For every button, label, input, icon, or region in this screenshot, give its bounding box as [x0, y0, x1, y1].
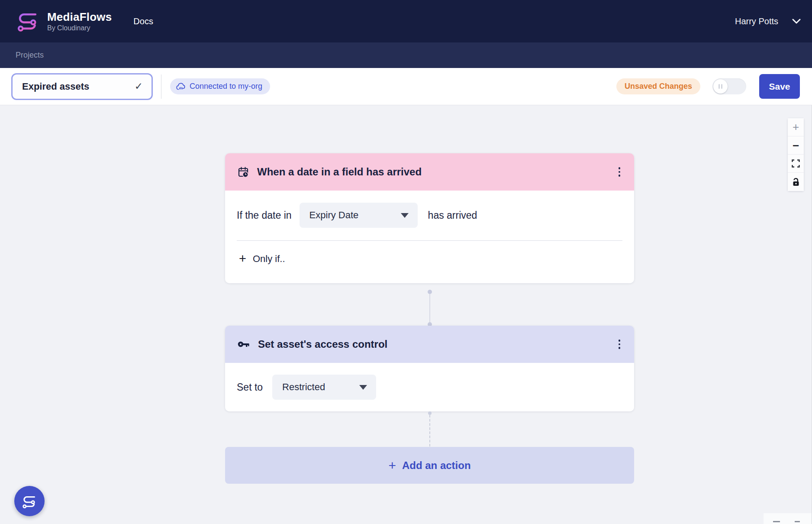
zoom-in-button[interactable]: + [788, 118, 804, 136]
only-if-label: Only if.. [253, 253, 285, 265]
trigger-card-title: When a date in a field has arrived [257, 166, 616, 178]
unsaved-changes-badge: Unsaved Changes [616, 78, 700, 94]
action-card-header[interactable]: Set asset's access control [225, 326, 634, 363]
mediaflows-fab-button[interactable] [14, 486, 45, 516]
condition-suffix-label: has arrived [428, 210, 477, 221]
lock-button[interactable] [788, 173, 804, 191]
action-card[interactable]: Set asset's access control Set to Restri… [225, 326, 634, 411]
zoom-out-button[interactable]: − [788, 136, 804, 155]
chevron-down-icon [792, 19, 801, 24]
brand-name: MediaFlows [47, 10, 112, 23]
trigger-card-header[interactable]: When a date in a field has arrived [225, 153, 634, 191]
connector-action-to-add [426, 411, 434, 446]
mediaflows-logo-icon [21, 493, 38, 509]
breadcrumb-projects[interactable]: Projects [16, 51, 44, 60]
brand[interactable]: MediaFlows By Cloudinary [16, 8, 112, 35]
flow-active-toggle[interactable] [712, 78, 746, 94]
brand-subtitle: By Cloudinary [47, 24, 112, 32]
trigger-condition-row: If the date in Expiry Date has arrived [237, 203, 622, 228]
toggle-knob-pause-icon [713, 79, 728, 94]
trigger-menu-kebab-icon[interactable] [616, 164, 623, 180]
add-action-button[interactable]: + Add an action [225, 447, 634, 484]
user-name: Harry Potts [735, 16, 778, 26]
flow-toolbar: Expired assets ✓ Connected to my-org Uns… [0, 68, 812, 105]
connection-label: Connected to my-org [190, 82, 262, 91]
unlock-icon [792, 178, 800, 187]
add-action-label: Add an action [402, 459, 471, 472]
connector-dot [428, 290, 432, 294]
toolbar-divider [161, 74, 161, 99]
trigger-card[interactable]: When a date in a field has arrived If th… [225, 153, 634, 283]
flow-canvas[interactable]: + − [0, 105, 812, 524]
condition-prefix-label: If the date in [237, 210, 292, 221]
action-card-body: Set to Restricted [225, 363, 634, 411]
action-card-title: Set asset's access control [258, 338, 616, 350]
action-menu-kebab-icon[interactable] [616, 336, 623, 353]
caret-down-icon [401, 213, 409, 218]
connection-badge[interactable]: Connected to my-org [170, 78, 270, 94]
only-if-button[interactable]: + Only if.. [237, 252, 285, 265]
connector-dot [428, 411, 432, 415]
user-menu[interactable]: Harry Potts [735, 16, 801, 26]
connector-trigger-to-action [426, 290, 434, 327]
trigger-card-body: If the date in Expiry Date has arrived +… [225, 191, 634, 283]
plus-icon: + [793, 120, 799, 134]
brand-text: MediaFlows By Cloudinary [47, 10, 112, 32]
save-button[interactable]: Save [759, 74, 800, 99]
plus-icon: + [239, 252, 246, 265]
caret-down-icon [359, 385, 367, 390]
plus-icon: + [388, 459, 396, 472]
toolbar-right: Unsaved Changes Save [616, 74, 800, 99]
connector-dashed-line [429, 415, 430, 446]
set-to-label: Set to [237, 382, 263, 393]
breadcrumb: Projects [0, 42, 812, 68]
fit-view-button[interactable] [788, 155, 804, 173]
mediaflows-logo-icon [16, 8, 40, 35]
key-icon [237, 340, 250, 349]
attribution-marks [764, 513, 812, 524]
fit-view-icon [792, 159, 800, 168]
top-navigation-bar: MediaFlows By Cloudinary Docs Harry Pott… [0, 0, 812, 42]
check-icon[interactable]: ✓ [135, 81, 143, 92]
nav-docs-link[interactable]: Docs [133, 16, 153, 26]
calendar-clock-icon [237, 166, 249, 178]
date-field-value: Expiry Date [309, 210, 359, 221]
access-control-value: Restricted [282, 382, 325, 393]
card-divider [237, 240, 622, 241]
flow-name-input[interactable]: Expired assets ✓ [11, 73, 153, 100]
cloud-icon [176, 83, 186, 91]
canvas-controls: + − [788, 118, 804, 191]
connector-line [429, 294, 430, 322]
flow-name-value: Expired assets [22, 81, 89, 92]
date-field-select[interactable]: Expiry Date [300, 203, 418, 228]
access-control-select[interactable]: Restricted [272, 375, 376, 400]
